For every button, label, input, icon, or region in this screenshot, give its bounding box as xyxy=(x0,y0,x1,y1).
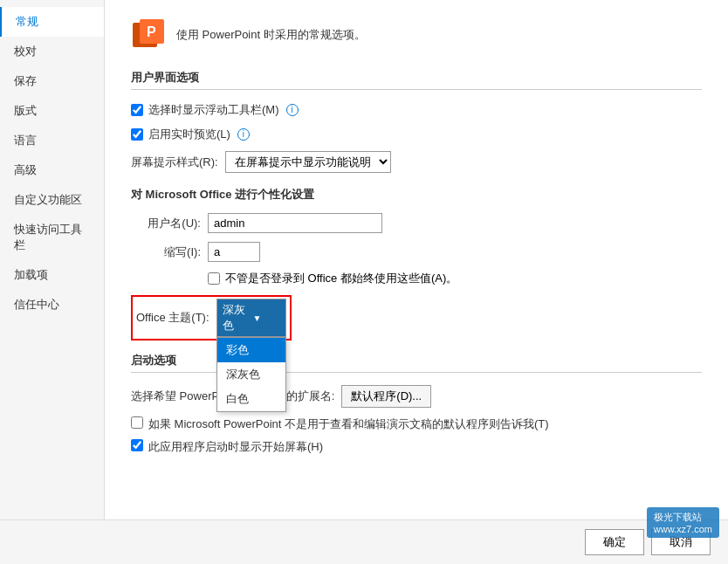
sidebar-item-trust-center[interactable]: 信任中心 xyxy=(0,290,104,320)
office-theme-label: Office 主题(T): xyxy=(136,310,209,326)
initials-label: 缩写(I): xyxy=(131,244,201,260)
office-theme-row: Office 主题(T): 深灰色 ▼ 彩色 xyxy=(131,295,702,340)
theme-dropdown-wrapper: 深灰色 ▼ 彩色 深灰色 白色 xyxy=(216,299,286,337)
sidebar-item-customize-ribbon[interactable]: 自定义功能区 xyxy=(0,185,104,215)
sidebar-item-quick-access[interactable]: 快速访问工具栏 xyxy=(0,215,104,260)
ok-button[interactable]: 确定 xyxy=(585,529,644,555)
office-theme-highlight: Office 主题(T): 深灰色 ▼ 彩色 xyxy=(131,295,292,340)
theme-select-button[interactable]: 深灰色 ▼ xyxy=(216,299,286,337)
sidebar-item-save[interactable]: 保存 xyxy=(0,66,104,96)
username-input[interactable] xyxy=(208,213,382,233)
header-row: P 使用 PowerPoint 时采用的常规选项。 xyxy=(131,17,702,52)
startup-check1-checkbox[interactable] xyxy=(131,416,143,429)
screen-tip-label: 屏幕提示样式(R): xyxy=(131,155,218,170)
screen-tip-select[interactable]: 在屏幕提示中显示功能说明 xyxy=(225,151,391,173)
sidebar-item-language[interactable]: 语言 xyxy=(0,126,104,155)
sidebar-item-format[interactable]: 版式 xyxy=(0,96,104,126)
sidebar: 常规 校对 保存 版式 语言 高级 自定义功能区 快速访问工具栏 xyxy=(0,0,105,519)
theme-selected-value: 深灰色 xyxy=(223,302,250,334)
live-preview-label[interactable]: 启用实时预览(L) xyxy=(148,127,230,142)
checkbox2-row: 启用实时预览(L) i xyxy=(131,127,702,142)
startup-check2-row: 此应用程序启动时显示开始屏幕(H) xyxy=(131,439,702,455)
live-preview-checkbox[interactable] xyxy=(131,128,143,141)
chevron-down-icon: ▼ xyxy=(253,313,280,323)
theme-option-darkgray[interactable]: 深灰色 xyxy=(217,362,285,387)
header-title: 使用 PowerPoint 时采用的常规选项。 xyxy=(176,27,366,43)
personalize-section: 对 Microsoft Office 进行个性化设置 用户名(U): 缩写(I)… xyxy=(131,187,702,340)
ui-section-title: 用户界面选项 xyxy=(131,70,702,90)
main-content: P 使用 PowerPoint 时采用的常规选项。 用户界面选项 选择时显示浮动… xyxy=(105,0,728,519)
username-label: 用户名(U): xyxy=(131,216,201,231)
dialog-content: 常规 校对 保存 版式 语言 高级 自定义功能区 快速访问工具栏 xyxy=(0,0,728,519)
tooltip-icon-1[interactable]: i xyxy=(286,104,299,116)
show-mini-toolbar-checkbox[interactable] xyxy=(131,104,143,116)
default-program-button[interactable]: 默认程序(D)... xyxy=(341,385,431,408)
dialog-footer: 确定 取消 xyxy=(0,519,728,564)
sidebar-item-general[interactable]: 常规 xyxy=(0,7,104,37)
sidebar-item-advanced[interactable]: 高级 xyxy=(0,155,104,185)
initials-input[interactable] xyxy=(208,242,260,262)
sidebar-item-addins[interactable]: 加载项 xyxy=(0,260,104,290)
sidebar-item-proofing[interactable]: 校对 xyxy=(0,37,104,66)
personalize-title: 对 Microsoft Office 进行个性化设置 xyxy=(131,187,702,203)
watermark: 极光下载站 www.xz7.com xyxy=(647,507,719,538)
startup-check2-label[interactable]: 此应用程序启动时显示开始屏幕(H) xyxy=(148,439,323,455)
dialog: 常规 校对 保存 版式 语言 高级 自定义功能区 快速访问工具栏 xyxy=(0,0,728,564)
startup-check2-checkbox[interactable] xyxy=(131,439,143,451)
show-mini-toolbar-label[interactable]: 选择时显示浮动工具栏(M) xyxy=(148,102,279,118)
screen-tip-row: 屏幕提示样式(R): 在屏幕提示中显示功能说明 xyxy=(131,151,702,173)
startup-check1-row: 如果 Microsoft PowerPoint 不是用于查看和编辑演示文稿的默认… xyxy=(131,416,702,432)
theme-option-colorful[interactable]: 彩色 xyxy=(217,338,285,362)
username-row: 用户名(U): xyxy=(131,213,702,233)
tooltip-icon-2[interactable]: i xyxy=(237,128,250,141)
theme-option-white[interactable]: 白色 xyxy=(217,387,285,411)
svg-text:P: P xyxy=(147,24,156,39)
always-use-row: 不管是否登录到 Office 都始终使用这些值(A)。 xyxy=(208,271,702,286)
checkbox1-row: 选择时显示浮动工具栏(M) i xyxy=(131,102,702,118)
always-use-checkbox[interactable] xyxy=(208,272,220,285)
theme-dropdown: 彩色 深灰色 白色 xyxy=(216,337,286,412)
always-use-label[interactable]: 不管是否登录到 Office 都始终使用这些值(A)。 xyxy=(225,271,457,286)
powerpoint-icon: P xyxy=(131,17,166,52)
initials-row: 缩写(I): xyxy=(131,242,702,262)
startup-check1-label[interactable]: 如果 Microsoft PowerPoint 不是用于查看和编辑演示文稿的默认… xyxy=(148,416,549,432)
